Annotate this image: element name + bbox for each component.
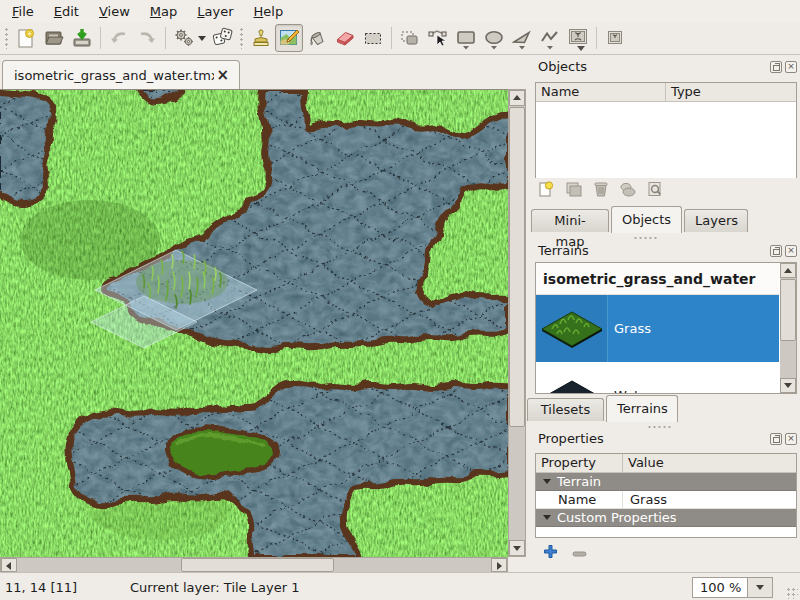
insert-rectangle-button[interactable] [452,24,480,52]
objects-panel-title: Objects [538,59,587,74]
tileset-name[interactable]: isometric_grass_and_water [536,263,779,295]
property-name-label: Name [536,491,623,508]
toolbar-separator [596,27,597,49]
tab-layers[interactable]: Layers [684,209,748,232]
splitter-handle[interactable] [647,425,673,429]
tab-terrains[interactable]: Terrains [606,395,678,422]
toolbar-drag-handle[interactable] [239,27,244,49]
close-panel-icon[interactable]: × [785,245,797,257]
property-row-name[interactable]: Name Grass [536,491,796,509]
stamp-brush-button[interactable] [247,24,275,52]
remove-property-button[interactable] [572,546,587,561]
scroll-down-button[interactable] [509,540,525,556]
stamp-icon [249,26,273,50]
toolbar-drag-handle[interactable] [4,27,9,49]
terrain-item-water[interactable]: Water [536,362,779,394]
canvas-horizontal-scrollbar[interactable] [0,557,508,573]
insert-polygon-button[interactable] [508,24,536,52]
edit-polygons-button[interactable] [424,24,452,52]
horizontal-scroll-thumb[interactable] [181,558,334,572]
save-file-button[interactable] [68,24,96,52]
close-panel-icon[interactable]: × [785,61,797,73]
tab-close-icon[interactable]: × [214,68,231,82]
insert-tile-button[interactable] [564,24,592,52]
scroll-right-button[interactable] [491,558,507,572]
tab-tilesets[interactable]: Tilesets [527,398,604,421]
collapse-triangle-icon[interactable] [543,515,551,520]
vertical-scroll-thumb[interactable] [509,107,525,427]
rectangle-shape-icon [454,26,478,50]
document-tab-label: isometric_grass_and_water.tmx [14,68,214,83]
property-group-terrain[interactable]: Terrain [536,473,796,491]
canvas-vertical-scrollbar[interactable] [508,89,526,557]
move-objects-button[interactable] [616,178,640,199]
properties-col-property[interactable]: Property [536,454,623,472]
menu-file[interactable]: File [2,2,44,21]
objects-table-body[interactable] [536,102,796,178]
random-mode-button[interactable] [208,24,236,52]
select-objects-button[interactable] [396,24,424,52]
property-group-custom[interactable]: Custom Properties [536,509,796,527]
resize-grip[interactable] [786,587,798,599]
tab-objects[interactable]: Objects [611,206,682,233]
document-tab[interactable]: isometric_grass_and_water.tmx × [2,60,240,89]
terrain-name: Water [608,388,652,394]
ellipse-shape-icon [482,26,506,50]
objects-col-name[interactable]: Name [536,83,666,101]
menu-help[interactable]: Help [244,2,294,21]
float-panel-icon[interactable] [770,61,782,73]
redo-button[interactable] [133,24,161,52]
scroll-up-button[interactable] [780,263,796,278]
polygon-shape-icon [510,26,534,50]
edit-polygons-icon [426,26,450,50]
tiled-window: { "menu_bar": {"items": ["File", "Edit",… [0,0,800,600]
new-map-button[interactable] [12,24,40,52]
dice-icon [210,26,234,50]
toolbar-separator [100,27,101,49]
menu-edit[interactable]: Edit [44,2,89,21]
document-tab-bar: isometric_grass_and_water.tmx × [0,56,527,89]
terrain-item-grass[interactable]: Grass [536,295,779,362]
properties-col-value[interactable]: Value [623,454,796,472]
insert-ellipse-button[interactable] [480,24,508,52]
toolbar-separator [391,27,392,49]
bucket-fill-button[interactable] [303,24,331,52]
add-object-button[interactable] [535,178,559,199]
tab-mini-map[interactable]: Mini-map [531,209,609,232]
collapse-triangle-icon[interactable] [543,479,551,484]
close-panel-icon[interactable]: × [785,433,797,445]
execute-commands-button[interactable] [170,24,208,52]
scroll-up-button[interactable] [509,90,525,106]
objects-col-type[interactable]: Type [666,83,796,101]
add-property-button[interactable] [543,544,558,562]
zoom-combo[interactable]: 100 % [692,577,773,598]
terrains-scrollbar[interactable] [780,263,796,393]
undo-button[interactable] [105,24,133,52]
tile-dropdown-arrow[interactable] [577,46,585,51]
scroll-left-button[interactable] [1,558,17,572]
menu-view[interactable]: View [89,2,140,21]
property-name-value[interactable]: Grass [623,491,796,508]
remove-object-button[interactable] [589,178,613,199]
zoom-value[interactable]: 100 % [692,577,748,598]
zoom-dropdown-button[interactable] [748,577,773,598]
eraser-button[interactable] [331,24,359,52]
rect-select-button[interactable] [359,24,387,52]
terrains-panel-title: Terrains [538,243,589,258]
open-file-button[interactable] [40,24,68,52]
commands-dropdown-arrow[interactable] [198,36,206,41]
zoom-to-object-button[interactable] [643,178,667,199]
float-panel-icon[interactable] [770,245,782,257]
menu-bar: File Edit View Map Layer Help [0,0,800,22]
map-canvas[interactable] [0,90,508,558]
scroll-down-button[interactable] [780,378,796,393]
splitter-handle[interactable] [633,236,659,240]
menu-map[interactable]: Map [140,2,187,21]
terrains-scroll-thumb[interactable] [780,279,796,341]
menu-layer[interactable]: Layer [187,2,243,21]
image-tool-button[interactable] [601,24,629,52]
insert-polyline-button[interactable] [536,24,564,52]
float-panel-icon[interactable] [770,433,782,445]
terrain-brush-button[interactable] [275,24,303,52]
duplicate-object-button[interactable] [562,178,586,199]
